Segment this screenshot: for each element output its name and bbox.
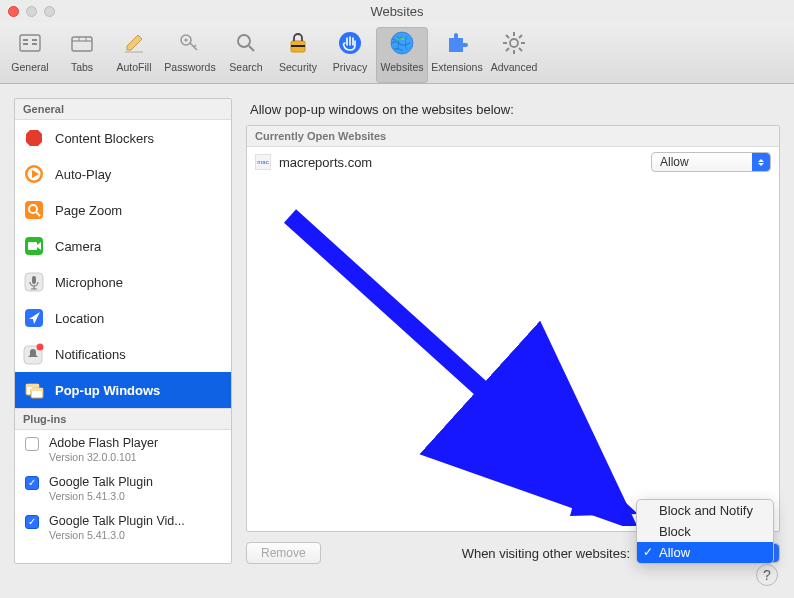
plugin-checkbox[interactable] <box>25 515 39 529</box>
svg-line-13 <box>249 46 254 51</box>
tabs-icon <box>68 29 96 57</box>
section-header-general: General <box>15 99 231 120</box>
plugin-item-flash[interactable]: Adobe Flash Player Version 32.0.0.101 <box>15 430 231 469</box>
svg-point-19 <box>510 39 518 47</box>
svg-rect-32 <box>25 201 43 219</box>
plugin-item-gtalk-vid[interactable]: Google Talk Plugin Vid... Version 5.41.3… <box>15 508 231 547</box>
categories-sidebar: General Content Blockers Auto-Play Page … <box>14 98 232 564</box>
table-row[interactable]: mac macreports.com Allow <box>247 147 779 177</box>
svg-rect-4 <box>32 43 37 45</box>
pencil-icon <box>120 29 148 57</box>
switches-icon <box>16 29 44 57</box>
preferences-toolbar: General Tabs AutoFill Passwords Search S… <box>0 22 794 84</box>
svg-rect-1 <box>23 39 28 41</box>
content-area: General Content Blockers Auto-Play Page … <box>0 84 794 578</box>
remove-button[interactable]: Remove <box>246 542 321 564</box>
svg-rect-36 <box>28 242 37 250</box>
sidebar-item-page-zoom[interactable]: Page Zoom <box>15 192 231 228</box>
plugin-checkbox[interactable] <box>25 476 39 490</box>
sidebar-item-label: Page Zoom <box>55 203 122 218</box>
svg-line-27 <box>519 35 522 38</box>
puzzle-icon <box>443 29 471 57</box>
dropdown-option-block[interactable]: Block <box>637 521 773 542</box>
tab-privacy[interactable]: Privacy <box>324 27 376 83</box>
sidebar-item-notifications[interactable]: Notifications <box>15 336 231 372</box>
svg-rect-47 <box>31 388 43 391</box>
plugin-name: Google Talk Plugin <box>49 475 153 489</box>
sidebar-item-label: Notifications <box>55 347 126 362</box>
sidebar-item-label: Camera <box>55 239 101 254</box>
plugin-item-gtalk[interactable]: Google Talk Plugin Version 5.41.3.0 <box>15 469 231 508</box>
sidebar-item-popup-windows[interactable]: Pop-up Windows <box>15 372 231 408</box>
gear-icon <box>500 29 528 57</box>
sidebar-item-label: Microphone <box>55 275 123 290</box>
footer-label: When visiting other websites: <box>331 546 632 561</box>
chevrons-icon <box>752 153 770 171</box>
titlebar: Websites <box>0 0 794 22</box>
bell-icon <box>23 343 45 365</box>
tab-autofill[interactable]: AutoFill <box>108 27 160 83</box>
camera-icon <box>23 235 45 257</box>
svg-point-11 <box>184 38 187 41</box>
sidebar-item-auto-play[interactable]: Auto-Play <box>15 156 231 192</box>
svg-point-43 <box>37 344 44 351</box>
tab-general[interactable]: General <box>4 27 56 83</box>
permission-dropdown-menu: Block and Notify Block Allow <box>636 499 774 564</box>
sidebar-item-microphone[interactable]: Microphone <box>15 264 231 300</box>
window-title: Websites <box>0 4 794 19</box>
svg-line-25 <box>519 48 522 51</box>
main-panel: Allow pop-up windows on the websites bel… <box>246 98 780 564</box>
plugin-version: Version 5.41.3.0 <box>49 529 185 541</box>
sidebar-item-camera[interactable]: Camera <box>15 228 231 264</box>
tab-websites[interactable]: Websites <box>376 27 428 83</box>
site-name: macreports.com <box>279 155 643 170</box>
websites-table: Currently Open Websites mac macreports.c… <box>246 125 780 532</box>
svg-line-24 <box>506 35 509 38</box>
dropdown-option-block-notify[interactable]: Block and Notify <box>637 500 773 521</box>
play-icon <box>23 163 45 185</box>
key-icon <box>176 29 204 57</box>
sidebar-item-label: Location <box>55 311 104 326</box>
tab-tabs[interactable]: Tabs <box>56 27 108 83</box>
sidebar-item-content-blockers[interactable]: Content Blockers <box>15 120 231 156</box>
svg-rect-5 <box>72 37 92 51</box>
svg-rect-2 <box>23 43 28 45</box>
tab-passwords[interactable]: Passwords <box>160 27 220 83</box>
svg-point-12 <box>238 35 250 47</box>
tab-security[interactable]: Security <box>272 27 324 83</box>
plugin-name: Adobe Flash Player <box>49 436 158 450</box>
plugin-checkbox[interactable] <box>25 437 39 451</box>
sidebar-item-label: Auto-Play <box>55 167 111 182</box>
sidebar-item-location[interactable]: Location <box>15 300 231 336</box>
tab-advanced[interactable]: Advanced <box>486 27 542 83</box>
svg-rect-15 <box>291 45 305 47</box>
stop-icon <box>23 127 45 149</box>
svg-rect-39 <box>32 276 36 284</box>
svg-rect-3 <box>32 39 37 41</box>
svg-rect-45 <box>26 384 39 387</box>
row-permission-select[interactable]: Allow <box>651 152 771 172</box>
magnify-icon <box>232 29 260 57</box>
location-icon <box>23 307 45 329</box>
tab-search[interactable]: Search <box>220 27 272 83</box>
main-heading: Allow pop-up windows on the websites bel… <box>250 102 780 117</box>
globe-icon <box>388 29 416 57</box>
favicon-icon: mac <box>255 154 271 170</box>
zoom-icon <box>23 199 45 221</box>
svg-line-26 <box>506 48 509 51</box>
tab-extensions[interactable]: Extensions <box>428 27 486 83</box>
plugin-version: Version 32.0.0.101 <box>49 451 158 463</box>
plugin-name: Google Talk Plugin Vid... <box>49 514 185 528</box>
popup-icon <box>23 379 45 401</box>
section-header-plugins: Plug-ins <box>15 408 231 430</box>
microphone-icon <box>23 271 45 293</box>
plugin-version: Version 5.41.3.0 <box>49 490 153 502</box>
table-header: Currently Open Websites <box>247 126 779 147</box>
help-button[interactable]: ? <box>756 564 778 586</box>
sidebar-item-label: Pop-up Windows <box>55 383 160 398</box>
svg-marker-28 <box>26 130 42 146</box>
lock-icon <box>284 29 312 57</box>
hand-icon <box>336 29 364 57</box>
sidebar-item-label: Content Blockers <box>55 131 154 146</box>
dropdown-option-allow[interactable]: Allow <box>637 542 773 563</box>
